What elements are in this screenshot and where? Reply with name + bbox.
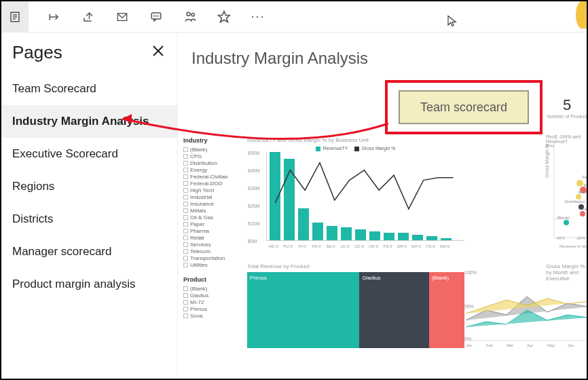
combo-chart-title: RevenueTY and Gross Margin % by Business… xyxy=(247,137,464,143)
more-icon[interactable]: ··· xyxy=(247,6,269,28)
filter-industry-item[interactable]: Services xyxy=(183,242,242,248)
close-icon[interactable] xyxy=(150,43,166,62)
treemap-title: Total Revenue by Product xyxy=(247,263,464,269)
combo-legend: RevenueTY Gross Margin % xyxy=(247,146,464,151)
svg-point-9 xyxy=(154,16,155,16)
filter-industry-item[interactable]: Utilities xyxy=(183,262,242,268)
svg-point-13 xyxy=(191,13,194,16)
top-toolbar: ··· xyxy=(1,1,587,33)
filter-industry-item[interactable]: CPG xyxy=(183,153,242,159)
treemap-cell-gladius[interactable]: Gladius xyxy=(359,272,428,348)
mail-icon[interactable] xyxy=(111,6,133,28)
filter-industry-item[interactable]: Telecom xyxy=(183,248,242,254)
favorite-icon[interactable] xyxy=(213,6,235,28)
kpi-value: 5 xyxy=(546,96,588,114)
filter-product-item[interactable]: Sova xyxy=(183,313,242,319)
filter-industry-item[interactable]: Oil & Gas xyxy=(183,214,242,221)
filter-industry-item[interactable]: Retail xyxy=(183,235,242,241)
filter-industry-item[interactable]: High Tech xyxy=(183,187,242,193)
svg-point-24 xyxy=(564,220,569,225)
scatter-chart[interactable]: Rev$, GM% and RevenueT Gross Margin % 80… xyxy=(546,137,588,252)
filter-industry-item[interactable]: Transportation xyxy=(183,255,242,261)
page-item-team-scorecard[interactable]: Team Scorecard xyxy=(1,73,177,105)
annotation-highlight: Team scorecard xyxy=(385,80,543,134)
filter-industry-item[interactable]: Federal-Civilian xyxy=(183,174,242,180)
filter-industry-item[interactable]: Industrial xyxy=(183,194,242,200)
filter-product-title: Product xyxy=(183,276,242,283)
svg-point-10 xyxy=(156,16,157,16)
pages-title: Pages xyxy=(12,42,62,63)
kpi-label: Number of Product xyxy=(546,114,588,119)
page-item-product-margin[interactable]: Product margin analysis xyxy=(1,268,177,301)
filter-industry-item[interactable]: Federal-DOD xyxy=(183,180,242,187)
pages-panel: Pages Team Scorecard Industry Margin Ana… xyxy=(1,33,178,379)
page-item-executive-scorecard[interactable]: Executive Scorecard xyxy=(1,138,177,170)
filter-industry-title: Industry xyxy=(183,137,242,144)
chat-icon[interactable] xyxy=(145,6,167,28)
combo-chart[interactable]: RevenueTY and Gross Margin % by Business… xyxy=(247,137,464,252)
treemap-cell-blank[interactable]: (Blank) xyxy=(429,272,464,348)
svg-marker-14 xyxy=(219,11,230,22)
filter-industry-item[interactable]: (Blank) xyxy=(183,147,242,153)
filter-industry-item[interactable]: Insurance xyxy=(183,201,242,207)
page-item-regions[interactable]: Regions xyxy=(1,170,177,203)
svg-point-21 xyxy=(576,194,581,200)
filter-industry-item[interactable]: Paper xyxy=(183,221,242,227)
avatar[interactable] xyxy=(576,1,588,28)
share-icon[interactable] xyxy=(77,6,99,28)
svg-point-23 xyxy=(580,211,585,216)
kpi-card[interactable]: 5 Number of Product xyxy=(546,96,588,119)
filter-product-item[interactable]: MI-72 xyxy=(183,299,242,305)
filter-industry-item[interactable]: Energy xyxy=(183,167,242,173)
svg-point-12 xyxy=(187,12,190,16)
filter-industry-item[interactable]: Distribution xyxy=(183,160,242,166)
filter-industry-item[interactable]: Metals xyxy=(183,208,242,214)
teams-icon[interactable] xyxy=(179,6,201,28)
filter-panel: Industry (Blank)CPGDistributionEnergyFed… xyxy=(183,137,242,320)
filter-industry-item[interactable]: Pharma xyxy=(183,228,242,234)
area-chart[interactable]: Gross Margin % by Month and Executive 10… xyxy=(546,263,588,350)
filter-product-item[interactable]: Gladius xyxy=(183,292,242,299)
filter-product-item[interactable]: (Blank) xyxy=(183,286,242,292)
svg-point-19 xyxy=(576,180,583,187)
treemap-chart[interactable]: Total Revenue by Product Primus Gladius … xyxy=(247,263,464,350)
report-title: Industry Margin Analysis xyxy=(191,49,587,68)
page-item-industry-margin[interactable]: Industry Margin Analysis xyxy=(1,105,177,138)
treemap-cell-primus[interactable]: Primus xyxy=(247,272,359,348)
page-item-districts[interactable]: Districts xyxy=(1,203,177,235)
file-icon[interactable] xyxy=(1,1,29,33)
team-scorecard-button[interactable]: Team scorecard xyxy=(399,90,529,124)
export-icon[interactable] xyxy=(43,6,65,28)
svg-point-11 xyxy=(158,16,159,16)
filter-product-item[interactable]: Primus xyxy=(183,306,242,312)
page-item-manager-scorecard[interactable]: Manager scorecard xyxy=(1,235,177,268)
